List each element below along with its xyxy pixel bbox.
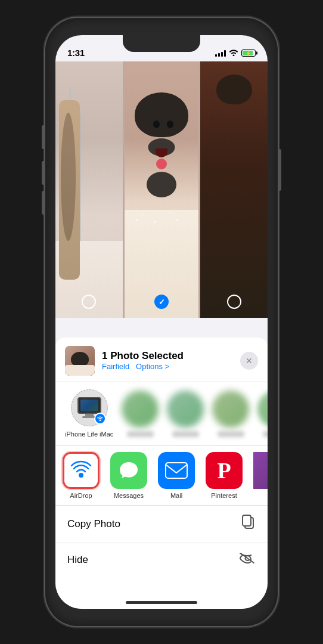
messages-app-icon bbox=[110, 452, 147, 489]
copy-photo-label: Copy Photo bbox=[67, 518, 120, 530]
messages-bubble-icon bbox=[118, 460, 139, 481]
signal-bar-1 bbox=[215, 54, 217, 57]
photo-center-select[interactable] bbox=[154, 295, 169, 309]
share-header: 1 Photo Selected Fairfield Options > ✕ bbox=[55, 338, 268, 382]
phone-screen: 1:31 ⚡ bbox=[55, 35, 268, 609]
blurred-contact-1[interactable] bbox=[122, 391, 159, 437]
svg-point-0 bbox=[99, 419, 101, 421]
status-time: 1:31 bbox=[67, 48, 85, 58]
app-row: AirDrop Messages bbox=[55, 445, 268, 505]
battery-icon: ⚡ bbox=[241, 49, 256, 57]
share-title: 1 Photo Selected bbox=[102, 350, 233, 362]
app-item-partial[interactable] bbox=[253, 452, 268, 489]
airdrop-contact-imac[interactable]: iPhone Life iMac bbox=[65, 389, 113, 438]
copy-icon bbox=[240, 514, 256, 534]
svg-rect-2 bbox=[166, 463, 187, 478]
airdrop-row: iPhone Life iMac bbox=[55, 382, 268, 445]
svg-point-1 bbox=[79, 473, 83, 478]
photo-center[interactable] bbox=[125, 61, 198, 318]
app-item-pinterest[interactable]: P Pinterest bbox=[206, 452, 243, 499]
close-icon: ✕ bbox=[246, 356, 253, 366]
eye-slash-icon bbox=[239, 552, 256, 568]
pinterest-letter: P bbox=[217, 459, 231, 482]
messages-app-label: Messages bbox=[114, 492, 144, 499]
blurred-contact-3[interactable] bbox=[212, 391, 249, 437]
action-hide[interactable]: Hide bbox=[55, 543, 268, 577]
partial-app-icon bbox=[253, 452, 268, 489]
close-button[interactable]: ✕ bbox=[240, 352, 258, 370]
airdrop-waves-icon bbox=[70, 460, 92, 481]
signal-bar-3 bbox=[221, 52, 223, 57]
share-sheet: 1 Photo Selected Fairfield Options > ✕ bbox=[55, 338, 268, 609]
app-item-mail[interactable]: Mail bbox=[158, 452, 195, 499]
share-location: Fairfield bbox=[102, 362, 129, 371]
pinterest-app-icon: P bbox=[206, 452, 243, 489]
share-thumbnail bbox=[65, 346, 95, 376]
share-options[interactable]: Options > bbox=[136, 362, 169, 371]
status-icons: ⚡ bbox=[215, 48, 256, 58]
signal-bar-4 bbox=[224, 50, 226, 57]
hide-label: Hide bbox=[67, 554, 88, 566]
home-indicator[interactable] bbox=[126, 601, 197, 604]
share-subtitle: Fairfield Options > bbox=[102, 362, 233, 371]
photo-area bbox=[55, 61, 268, 318]
photo-strip bbox=[55, 61, 268, 318]
wifi-icon bbox=[229, 48, 238, 58]
mail-envelope-icon bbox=[164, 462, 188, 479]
pinterest-app-label: Pinterest bbox=[211, 492, 237, 499]
photo-left[interactable] bbox=[55, 61, 123, 318]
bottom-safe-area bbox=[55, 577, 268, 597]
notch bbox=[123, 35, 200, 52]
airdrop-app-icon bbox=[63, 452, 100, 489]
action-copy-photo[interactable]: Copy Photo bbox=[55, 505, 268, 543]
photo-right[interactable] bbox=[200, 61, 268, 318]
blurred-contact-2[interactable] bbox=[167, 391, 204, 437]
airdrop-app-label: AirDrop bbox=[70, 492, 92, 499]
photo-right-select[interactable] bbox=[227, 295, 241, 309]
app-item-messages[interactable]: Messages bbox=[110, 452, 147, 499]
svg-rect-4 bbox=[243, 515, 251, 526]
signal-bar-2 bbox=[218, 53, 220, 57]
phone-device: 1:31 ⚡ bbox=[45, 18, 278, 626]
blurred-contact-4[interactable] bbox=[257, 391, 268, 437]
airdrop-contact-label: iPhone Life iMac bbox=[65, 430, 113, 438]
airdrop-avatar-imac bbox=[71, 389, 108, 426]
photo-left-select[interactable] bbox=[82, 295, 96, 309]
app-item-airdrop[interactable]: AirDrop bbox=[63, 452, 100, 499]
signal-icon bbox=[215, 49, 226, 57]
mail-app-label: Mail bbox=[170, 492, 182, 499]
airdrop-signal-badge bbox=[94, 413, 106, 425]
share-header-info: 1 Photo Selected Fairfield Options > bbox=[102, 350, 233, 371]
mail-app-icon bbox=[158, 452, 195, 489]
